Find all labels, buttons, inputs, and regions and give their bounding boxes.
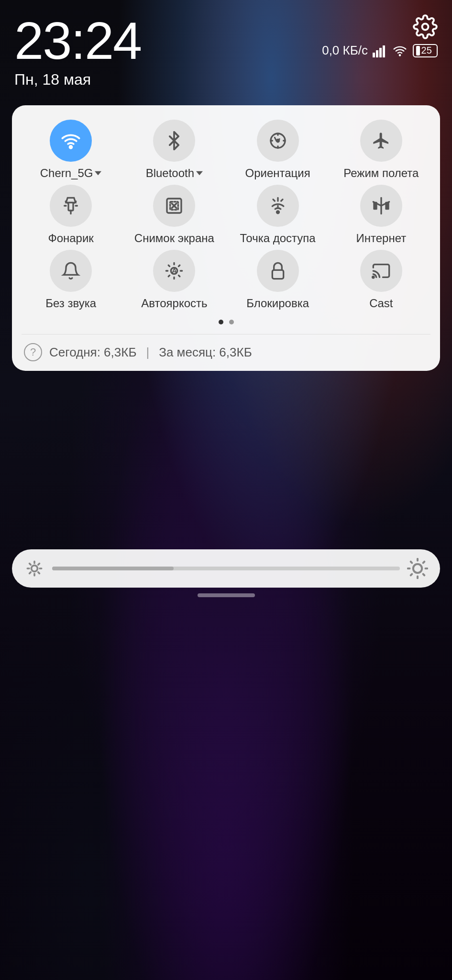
svg-point-40	[413, 564, 422, 573]
svg-rect-11	[68, 202, 73, 211]
svg-line-15	[66, 201, 67, 203]
qs-btn-cast[interactable]	[360, 250, 402, 292]
data-info-icon: ?	[24, 343, 42, 361]
qs-item-wifi[interactable]: Chern_5G	[22, 120, 120, 180]
qs-btn-auto-brightness[interactable]: A	[153, 250, 195, 292]
qs-btn-lock[interactable]	[257, 250, 299, 292]
qs-item-cast[interactable]: Cast	[332, 250, 430, 310]
svg-point-10	[276, 140, 279, 142]
qs-item-lock[interactable]: Блокировка	[229, 250, 327, 310]
qs-item-bluetooth[interactable]: Bluetooth	[125, 120, 223, 180]
svg-line-43	[411, 562, 412, 563]
status-bar: 23:24 Пн, 18 мая 0,0 КБ/с	[0, 0, 452, 105]
svg-point-21	[276, 211, 279, 213]
qs-btn-bluetooth[interactable]	[153, 120, 195, 162]
svg-point-31	[32, 566, 38, 572]
svg-text:A: A	[172, 267, 177, 275]
qs-btn-silent[interactable]	[50, 250, 92, 292]
dot-1	[219, 320, 223, 324]
qs-label-bluetooth: Bluetooth	[146, 167, 194, 180]
svg-point-30	[373, 277, 374, 278]
qs-btn-flashlight[interactable]	[50, 185, 92, 227]
qs-btn-hotspot[interactable]	[257, 185, 299, 227]
battery-indicator: 25	[413, 44, 438, 57]
qs-btn-internet[interactable]	[360, 185, 402, 227]
svg-rect-25	[373, 202, 377, 210]
data-speed: 0,0 КБ/с	[322, 43, 368, 58]
data-divider: |	[146, 345, 149, 360]
svg-line-47	[411, 574, 412, 576]
qs-item-orientation[interactable]: Ориентация	[229, 120, 327, 180]
wifi-status-icon	[392, 44, 408, 57]
qs-item-screenshot[interactable]: Снимок экрана	[125, 185, 223, 245]
page-dots	[22, 320, 430, 324]
qs-item-hotspot[interactable]: Точка доступа	[229, 185, 327, 245]
svg-line-36	[30, 564, 31, 565]
svg-rect-2	[376, 50, 378, 57]
svg-rect-3	[379, 48, 382, 57]
svg-marker-7	[95, 171, 101, 175]
qs-label-silent: Без звука	[45, 297, 96, 310]
date: Пн, 18 мая	[14, 71, 141, 89]
brightness-panel[interactable]	[12, 549, 440, 588]
brightness-high-icon	[407, 558, 428, 579]
qs-item-flashlight[interactable]: Фонарик	[22, 185, 120, 245]
svg-point-5	[399, 55, 400, 56]
qs-btn-screenshot[interactable]	[153, 185, 195, 227]
qs-label-orientation: Ориентация	[245, 167, 310, 180]
data-month: За месяц: 6,3КБ	[159, 345, 252, 360]
svg-line-16	[75, 201, 76, 203]
data-info: ? Сегодня: 6,3КБ | За месяц: 6,3КБ	[22, 343, 430, 361]
qs-item-airplane[interactable]: Режим полета	[332, 120, 430, 180]
qs-btn-airplane[interactable]	[360, 120, 402, 162]
svg-rect-29	[272, 270, 283, 278]
qs-label-hotspot: Точка доступа	[240, 232, 316, 245]
qs-label-flashlight: Фонарик	[48, 232, 93, 245]
data-today: Сегодня: 6,3КБ	[49, 345, 136, 360]
qs-divider	[22, 334, 430, 334]
bluetooth-expand-icon	[196, 170, 203, 177]
brightness-track[interactable]	[52, 567, 400, 570]
qs-item-auto-brightness[interactable]: A Автояркость	[125, 250, 223, 310]
qs-btn-orientation[interactable]	[257, 120, 299, 162]
battery-level: 25	[421, 45, 432, 56]
qs-label-screenshot: Снимок экрана	[134, 232, 214, 245]
svg-rect-26	[385, 202, 389, 210]
svg-line-38	[38, 564, 40, 565]
qs-item-silent[interactable]: Без звука	[22, 250, 120, 310]
svg-line-37	[38, 572, 40, 574]
dot-2	[229, 320, 234, 324]
svg-line-39	[30, 572, 31, 574]
svg-marker-8	[196, 171, 203, 175]
svg-line-48	[423, 562, 425, 563]
qs-label-lock: Блокировка	[246, 297, 309, 310]
qs-label-auto-brightness: Автояркость	[141, 297, 207, 310]
status-icons: 0,0 КБ/с 25	[322, 43, 438, 58]
qs-btn-wifi[interactable]	[50, 120, 92, 162]
status-right: 0,0 КБ/с 25	[322, 14, 438, 58]
svg-line-44	[423, 574, 425, 576]
clock: 23:24	[14, 14, 141, 67]
svg-point-6	[70, 146, 72, 148]
handle-bar[interactable]	[198, 593, 255, 597]
quick-settings-panel: Chern_5G Bluetooth	[12, 105, 440, 371]
qs-item-internet[interactable]: Интернет	[332, 185, 430, 245]
quick-settings-grid: Chern_5G Bluetooth	[22, 120, 430, 310]
svg-rect-4	[383, 45, 385, 57]
qs-label-wifi: Chern_5G	[40, 167, 93, 180]
signal-icon	[373, 44, 387, 57]
qs-label-cast: Cast	[369, 297, 393, 310]
settings-icon[interactable]	[413, 14, 438, 39]
qs-label-internet: Интернет	[356, 232, 407, 245]
brightness-fill	[52, 567, 174, 570]
svg-rect-1	[373, 53, 375, 57]
wifi-expand-icon	[95, 170, 101, 177]
brightness-low-icon	[24, 558, 45, 579]
qs-label-airplane: Режим полета	[343, 167, 419, 180]
svg-point-0	[422, 24, 429, 30]
